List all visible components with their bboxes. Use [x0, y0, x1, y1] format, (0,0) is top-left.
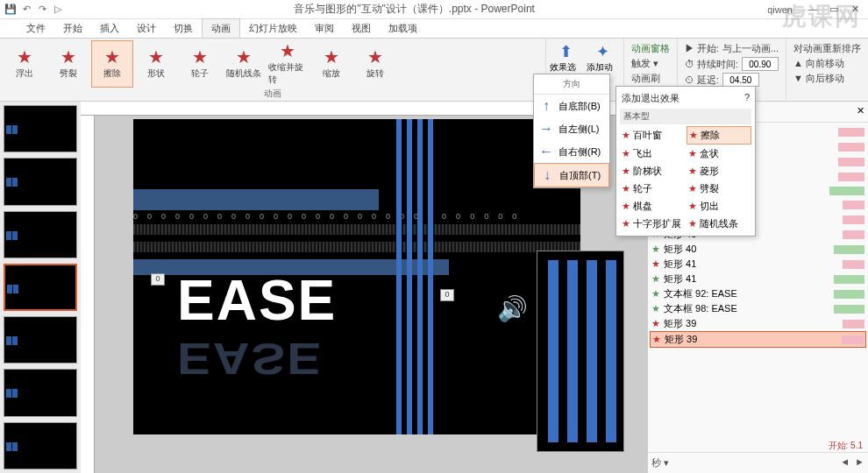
zoom-out-icon[interactable]: ◄	[840, 456, 850, 469]
quick-access-toolbar: 💾 ↶ ↷ ▷	[0, 3, 68, 17]
exit-effect-item[interactable]: ★随机线条	[687, 215, 752, 232]
move-earlier-button[interactable]: ▲ 向前移动	[793, 57, 861, 70]
star-icon: ★	[688, 148, 697, 159]
close-pane-icon[interactable]: ✕	[857, 105, 864, 118]
speaker-icon[interactable]: 🔊	[497, 294, 528, 323]
star-icon: ★	[651, 244, 660, 255]
anim-轮子[interactable]: ★轮子	[179, 40, 221, 88]
slide-thumb[interactable]	[4, 316, 77, 364]
arrow-icon: ←	[539, 144, 553, 159]
star-icon: ★	[652, 334, 661, 345]
tab-5[interactable]: 动画	[202, 18, 240, 38]
redo-icon[interactable]: ↷	[35, 3, 49, 17]
anim-pane-item[interactable]: ★文本框 92: EASE	[650, 286, 866, 301]
anim-pane-item[interactable]: ★矩形 40	[650, 242, 866, 257]
direction-item[interactable]: ↓自顶部(T)	[534, 163, 609, 187]
duration-input[interactable]	[742, 57, 779, 71]
tab-4[interactable]: 切换	[165, 19, 202, 38]
tab-2[interactable]: 插入	[91, 19, 128, 38]
vertical-strip	[417, 119, 423, 434]
star-icon: ★	[651, 288, 660, 300]
anim-painter-button[interactable]: 动画刷	[631, 72, 670, 85]
anim-pane-button[interactable]: 动画窗格	[631, 42, 670, 55]
exit-effect-item[interactable]: ★劈裂	[687, 180, 752, 197]
tab-6[interactable]: 幻灯片放映	[240, 19, 306, 38]
undo-icon[interactable]: ↶	[19, 3, 33, 17]
band-text: 0000000000000000000000000000	[133, 212, 580, 221]
anim-pane-item[interactable]: ★矩形 39	[650, 331, 866, 348]
save-icon[interactable]: 💾	[4, 3, 18, 17]
tab-3[interactable]: 设计	[128, 19, 165, 38]
anim-pane-item[interactable]: ★矩形 41	[650, 272, 866, 286]
selected-shape[interactable]	[537, 251, 624, 452]
anim-pane-item[interactable]: ★矩形 41	[650, 257, 866, 272]
anim-item-name: 文本框 92: EASE	[664, 287, 822, 300]
anim-缩放[interactable]: ★缩放	[310, 40, 352, 88]
exit-effect-item[interactable]: ★百叶窗	[620, 126, 686, 145]
watermark: 虎课网	[782, 0, 861, 33]
star-icon: ★	[651, 318, 660, 329]
star-icon: ★	[622, 148, 630, 159]
anim-浮出[interactable]: ★浮出	[4, 40, 46, 88]
tab-7[interactable]: 审阅	[306, 19, 343, 38]
exit-section-label: 基本型	[620, 109, 751, 124]
titlebar: 💾 ↶ ↷ ▷ 音乐与图形的"互动"设计（课件）.pptx - PowerPoi…	[0, 0, 868, 19]
direction-item[interactable]: ←自右侧(R)	[534, 140, 609, 163]
effect-label: 棋盘	[633, 200, 652, 213]
exit-effect-item[interactable]: ★擦除	[687, 126, 752, 145]
effect-label: 十字形扩展	[633, 217, 681, 230]
exit-effect-item[interactable]: ★阶梯状	[620, 163, 686, 180]
slide[interactable]: 0000000000000000000000000000 EASE EASE 0…	[133, 119, 580, 434]
exit-effect-item[interactable]: ★盒状	[687, 145, 752, 162]
slide-thumb[interactable]	[4, 158, 77, 205]
star-icon: ★	[651, 273, 660, 285]
seconds-dropdown[interactable]: 秒 ▾	[651, 456, 669, 469]
anim-pane-item[interactable]: ★矩形 39	[650, 316, 866, 331]
anim-pane-footer: 秒 ▾ ◄ ►	[648, 452, 868, 473]
exit-effect-item[interactable]: ★飞出	[620, 145, 686, 162]
zoom-in-icon[interactable]: ►	[855, 456, 864, 469]
trigger-button[interactable]: 触发 ▾	[631, 57, 670, 70]
anim-pane-item[interactable]: ★文本框 98: EASE	[650, 301, 866, 316]
slide-thumb[interactable]	[4, 264, 77, 311]
start-value[interactable]: 与上一动画...	[722, 42, 779, 55]
timing-bar	[838, 143, 864, 152]
delay-input[interactable]	[722, 73, 759, 87]
anim-形状[interactable]: ★形状	[135, 40, 177, 88]
star-icon: ★	[688, 218, 697, 229]
ribbon-tabs: 文件开始插入设计切换动画幻灯片放映审阅视图加载项	[0, 19, 868, 39]
effect-label: 切出	[700, 200, 719, 213]
stripe-band	[133, 242, 580, 252]
help-icon[interactable]: ?	[744, 92, 750, 105]
anim-擦除[interactable]: ★擦除	[91, 40, 133, 88]
tab-0[interactable]: 文件	[18, 19, 54, 38]
exit-effect-item[interactable]: ★菱形	[687, 163, 752, 180]
anim-收缩并旋转[interactable]: ★收缩并旋转	[267, 40, 309, 88]
direction-item[interactable]: →自左侧(L)	[534, 117, 609, 140]
exit-effect-item[interactable]: ★轮子	[620, 180, 686, 197]
tab-9[interactable]: 加载项	[380, 19, 426, 38]
ease-reflection: EASE	[177, 334, 323, 384]
move-later-button[interactable]: ▼ 向后移动	[793, 72, 861, 85]
anim-旋转[interactable]: ★旋转	[354, 40, 396, 88]
exit-effect-item[interactable]: ★切出	[687, 198, 752, 215]
anim-label: 形状	[147, 67, 165, 80]
anim-item-name: 文本框 98: EASE	[664, 302, 815, 315]
anim-label: 旋转	[366, 67, 384, 80]
vertical-strip	[396, 119, 402, 434]
slide-thumb[interactable]	[4, 105, 77, 152]
exit-effect-item[interactable]: ★棋盘	[620, 198, 686, 215]
sel-strip	[606, 260, 616, 442]
slide-thumb[interactable]	[4, 369, 77, 416]
anim-劈裂[interactable]: ★劈裂	[47, 40, 89, 88]
tab-1[interactable]: 开始	[54, 19, 91, 38]
slide-thumb[interactable]	[4, 211, 77, 258]
vertical-strip	[407, 119, 412, 434]
anim-随机线条[interactable]: ★随机线条	[223, 40, 265, 88]
exit-effect-item[interactable]: ★十字形扩展	[620, 215, 686, 232]
tab-8[interactable]: 视图	[343, 19, 380, 38]
timing-bar	[834, 290, 864, 299]
direction-item[interactable]: ↑自底部(B)	[534, 95, 609, 117]
start-icon[interactable]: ▷	[51, 3, 65, 17]
slide-thumb[interactable]	[4, 422, 77, 469]
